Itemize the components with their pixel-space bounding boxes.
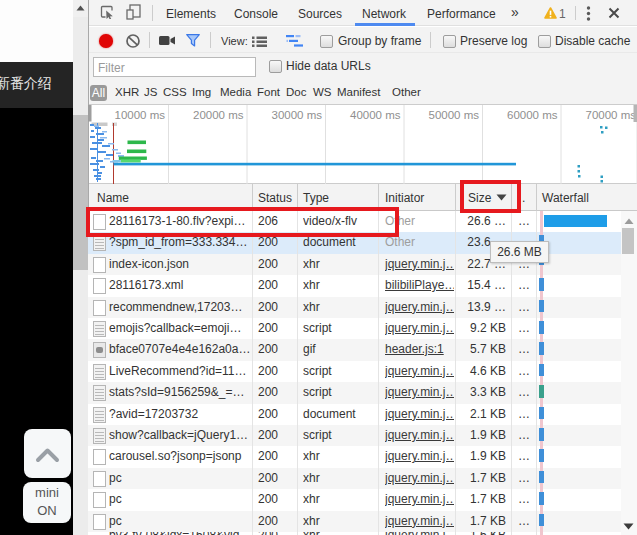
svg-text:10000 ms: 10000 ms	[114, 109, 165, 121]
svg-text:30000 ms: 30000 ms	[271, 109, 322, 121]
svg-text:70000 ms: 70000 ms	[585, 109, 636, 121]
svg-text:40000 ms: 40000 ms	[350, 109, 401, 121]
svg-text:60000 ms: 60000 ms	[507, 109, 558, 121]
svg-text:50000 ms: 50000 ms	[428, 109, 479, 121]
svg-text:20000 ms: 20000 ms	[193, 109, 244, 121]
